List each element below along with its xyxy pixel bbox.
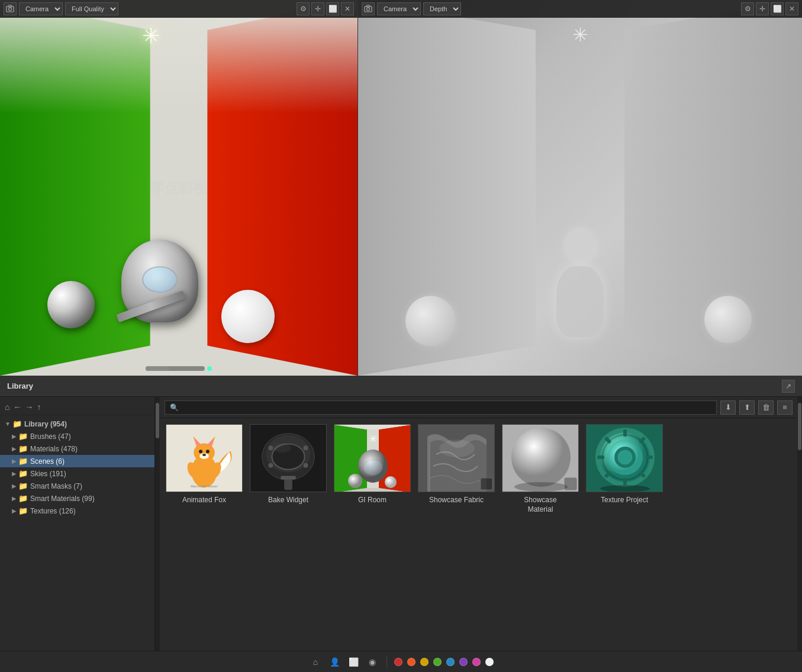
svg-point-46	[514, 482, 568, 492]
brushes-expand: ▶	[12, 433, 17, 440]
asset-thumb-showcase-fabric	[418, 424, 495, 492]
search-input-wrap[interactable]: 🔍	[165, 400, 717, 415]
tree-scrollbar-thumb	[156, 403, 159, 438]
bottom-square-icon[interactable]: ⬜	[346, 655, 360, 669]
grid-scrollbar[interactable]	[797, 397, 802, 651]
svg-point-42	[439, 440, 475, 457]
nav-back-icon[interactable]: ←	[13, 402, 21, 412]
sidebar-item-scenes[interactable]: ▶ 📁 Scenes (6)	[0, 455, 154, 467]
sidebar-item-materials[interactable]: ▶ 📁 Materials (478)	[0, 442, 154, 455]
color-swatch-red[interactable]	[394, 658, 402, 666]
depth-figure-head	[564, 228, 597, 263]
color-swatch-blue[interactable]	[446, 658, 455, 666]
tree-root-item[interactable]: ▼ 📁 Library (954)	[0, 418, 154, 430]
left-vp-toolbar: Camera Full Quality ⚙ ✛ ⬜ ✕	[0, 0, 357, 18]
sidebar-item-textures[interactable]: ▶ 📁 Textures (126)	[0, 505, 154, 517]
right-camera-dropdown[interactable]: Camera	[377, 2, 421, 15]
right-cam-icon[interactable]	[362, 2, 375, 15]
download-button[interactable]: ⬇	[720, 400, 736, 415]
viewport-right: Camera Depth ⚙ ✛ ⬜ ✕ ✳	[358, 0, 802, 376]
svg-point-13	[199, 450, 202, 453]
svg-point-16	[202, 454, 206, 456]
library-body: ⌂ ← → ↑ ▼ 📁 Library (954) ▶ 📁 Brushes (4…	[0, 397, 802, 651]
svg-rect-29	[281, 476, 296, 480]
scroll-thumb	[146, 366, 169, 371]
left-camera-dropdown[interactable]: Camera	[19, 2, 63, 15]
watermark: 零点影视	[150, 179, 207, 198]
left-crosshair-icon[interactable]: ✛	[311, 2, 324, 15]
sidebar-item-smart-materials[interactable]: ▶ 📁 Smart Materials (99)	[0, 492, 154, 505]
asset-texture-project[interactable]: Texture Project	[586, 424, 663, 514]
sidebar-tree: ⌂ ← → ↑ ▼ 📁 Library (954) ▶ 📁 Brushes (4…	[0, 397, 155, 651]
asset-bake-widget[interactable]: Bake Widget	[250, 424, 327, 514]
bottom-user-icon[interactable]: 👤	[327, 655, 342, 669]
svg-point-26	[269, 463, 273, 468]
right-window-icon[interactable]: ⬜	[771, 2, 784, 15]
main-content-area: 🔍 ⬇ ⬆ 🗑 ≡	[160, 397, 802, 651]
left-close-icon[interactable]: ✕	[341, 2, 354, 15]
svg-point-39	[348, 474, 362, 488]
sidebar-item-brushes[interactable]: ▶ 📁 Brushes (47)	[0, 430, 154, 442]
color-swatch-yellow[interactable]	[420, 658, 429, 666]
asset-label-showcase-fabric: Showcase Fabric	[429, 496, 484, 505]
left-white-sphere-1	[221, 290, 275, 343]
left-chrome-sphere	[47, 281, 95, 328]
search-toolbar: 🔍 ⬇ ⬆ 🗑 ≡	[160, 397, 797, 418]
left-settings-icon[interactable]: ⚙	[297, 2, 310, 15]
textures-label: Textures (126)	[30, 507, 76, 515]
color-swatch-green[interactable]	[433, 658, 442, 666]
nav-up-icon[interactable]: ↑	[37, 402, 41, 412]
asset-animated-fox[interactable]: Marmoset Viewer Animated Fox	[166, 424, 243, 514]
nav-home-icon[interactable]: ⌂	[5, 402, 9, 412]
sidebar-tree-container: ⌂ ← → ↑ ▼ 📁 Library (954) ▶ 📁 Brushes (4…	[0, 397, 160, 651]
asset-thumb-texture-project	[586, 424, 663, 492]
color-swatch-white[interactable]	[485, 658, 494, 666]
library-expand-button[interactable]: ↗	[782, 380, 795, 393]
left-vp-scrollbar[interactable]	[146, 366, 212, 371]
delete-button[interactable]: 🗑	[758, 400, 774, 415]
bottom-home-icon[interactable]: ⌂	[308, 655, 323, 669]
asset-showcase-fabric[interactable]: Showcase Fabric	[418, 424, 495, 514]
asset-gi-room[interactable]: ✳	[334, 424, 411, 514]
bottom-toolbar: ⌂ 👤 ⬜ ◉	[0, 651, 802, 672]
viewport-left: Camera Full Quality ⚙ ✛ ⬜ ✕ ✳	[0, 0, 358, 376]
sidebar-item-smart-masks[interactable]: ▶ 📁 Smart Masks (7)	[0, 480, 154, 492]
right-viewport-scene: ✳	[358, 0, 802, 376]
right-close-icon[interactable]: ✕	[785, 2, 798, 15]
main-content: 🔍 ⬇ ⬆ 🗑 ≡	[160, 397, 797, 651]
materials-label: Materials (478)	[30, 445, 78, 453]
materials-folder-icon: 📁	[18, 444, 28, 453]
depth-sphere-left	[405, 296, 456, 346]
right-crosshair-icon[interactable]: ✛	[756, 2, 769, 15]
right-mode-dropdown[interactable]: Depth	[423, 2, 461, 15]
smartmasks-label: Smart Masks (7)	[30, 482, 82, 490]
svg-point-25	[304, 445, 308, 450]
helmet-window	[142, 266, 178, 293]
sidebar-item-skies[interactable]: ▶ 📁 Skies (191)	[0, 467, 154, 480]
left-cam-icon[interactable]	[4, 2, 17, 15]
brushes-label: Brushes (47)	[30, 432, 71, 441]
right-settings-icon[interactable]: ⚙	[741, 2, 754, 15]
skies-label: Skies (191)	[30, 470, 66, 478]
tree-scrollbar[interactable]	[155, 397, 160, 651]
right-light-icon: ✳	[572, 24, 588, 46]
color-swatch-orange[interactable]	[407, 658, 416, 666]
left-window-icon[interactable]: ⬜	[326, 2, 339, 15]
svg-point-62	[618, 450, 632, 464]
upload-button[interactable]: ⬆	[739, 400, 755, 415]
asset-thumb-bake-widget	[250, 424, 327, 492]
skies-folder-icon: 📁	[18, 469, 28, 478]
color-swatch-pink[interactable]	[472, 658, 481, 666]
search-input[interactable]	[181, 403, 711, 412]
color-swatch-purple[interactable]	[459, 658, 468, 666]
right-vp-toolbar: Camera Depth ⚙ ✛ ⬜ ✕	[358, 0, 802, 18]
asset-showcase-material[interactable]: ShowcaseMaterial	[502, 424, 579, 514]
asset-thumb-showcase-material	[502, 424, 579, 492]
left-viewport-scene: ✳ 零点影视	[0, 0, 357, 376]
textures-expand: ▶	[12, 508, 17, 514]
bottom-circle-icon[interactable]: ◉	[365, 655, 379, 669]
nav-forward-icon[interactable]: →	[25, 402, 33, 412]
library-header: Library ↗	[0, 376, 802, 397]
view-mode-button[interactable]: ≡	[777, 400, 793, 415]
left-quality-dropdown[interactable]: Full Quality	[65, 2, 118, 15]
